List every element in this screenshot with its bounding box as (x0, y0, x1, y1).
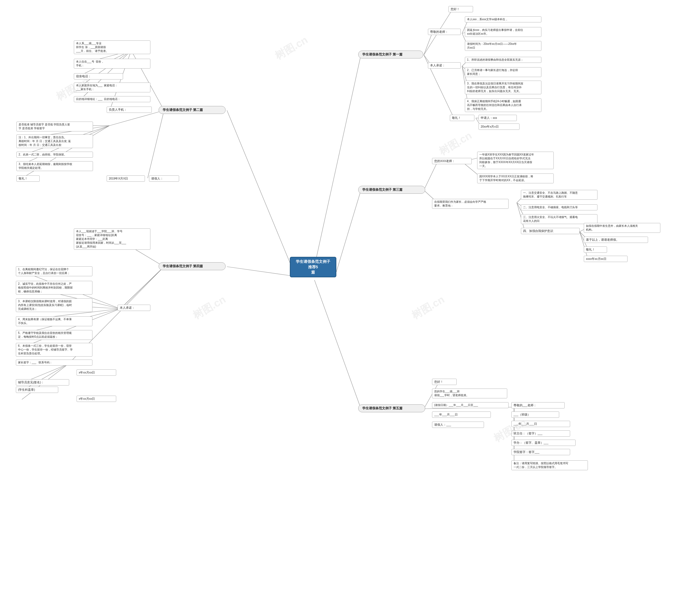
svg-line-46 (120, 267, 164, 309)
b5-stu: 您的学生___级___班 请假___学时，望老师批准。 (432, 389, 507, 398)
b3-rule3: 三、注意用火安全、不玩火不堵煤气、观看电 花有大人的问 (521, 214, 597, 224)
b5-stunum2: 学院签字：签字___ (511, 449, 570, 455)
b4-promise3: 3、本课程仅限假期未课时使用，对请假的损 内所有上课安排(包括实验及实习课程)，… (16, 298, 93, 312)
b4-date1: x年xx月xx日 (77, 369, 116, 376)
branch5-label: 学生请假条范文例子 第五篇 (358, 405, 425, 412)
svg-line-53 (120, 267, 164, 309)
b1-intro: 尊敬的老师： (428, 29, 461, 35)
b5-dates: (请假日期）___年___月___日至___ (432, 402, 508, 408)
b2-note2: 2、此表一式二联，由班组、学院保留。 (17, 152, 93, 158)
b2-tel: 宿舍电话： (74, 73, 123, 79)
b2-stamp: 敬礼！ (17, 176, 40, 182)
b4-promise4: 4、周末如果有课（保证锻炼不运离、不单薄 不快乐。 (16, 316, 93, 326)
svg-line-22 (79, 51, 131, 87)
watermark3: 树图.cn (436, 129, 474, 159)
b3-rule4: 四、加强自我保护意识 (521, 228, 580, 234)
svg-line-52 (22, 309, 120, 347)
b4-self: 本人承诺： (118, 305, 150, 311)
b3-stamp2: 敬礼！ (584, 246, 607, 253)
b1-promise3: 3、我在寒假及法定假日请离开实习学校期间发 生的一切纠纷以及后果自行负责，有任何… (465, 81, 542, 94)
b4-promise6: 6、本假条一式三份，学生处留存一份，宿管 中心一份，学生留存一份，经辅导员签字、… (16, 343, 93, 357)
b2-notes: 注：1、外出期间一切事宜，责任自负。 离校时间：年 月 日；交通工具及及出发; … (17, 134, 93, 148)
branch4-label: 学生请假条范文例子 第四篇 (158, 262, 226, 270)
svg-line-32 (424, 162, 438, 190)
b2-info: 本人系___级___专业 班学生 张，___原因请假 ___天，前往、 请予批准… (74, 41, 150, 54)
svg-line-3 (227, 267, 293, 276)
svg-line-43 (580, 232, 588, 259)
svg-line-0 (315, 55, 361, 266)
b2-note3: 3、假结束本人若延期销假，逾期则按按学校 学院相关规定处理。 (17, 161, 93, 171)
b3-body1: 一年级X班学生XXX因为春节回园XX老家过年 所以校园在于XX月XX日自然给好学… (477, 152, 554, 169)
b5-classrep: 班主任：（签字）___ (511, 430, 570, 437)
branch1-label: 学生请假条范文例子 第一篇 (358, 51, 423, 58)
b3-emergency: 如假在假期中发生意外，由家长本人须相关 机构。 (584, 223, 660, 233)
branch3-label: 学生请假条范文例子 第三篇 (358, 186, 425, 194)
watermark2: 树图.cn (272, 33, 310, 63)
svg-line-1 (227, 110, 293, 269)
b4-counselor: 辅导员意见(签名)： (16, 379, 69, 386)
svg-line-4 (315, 280, 361, 409)
b3-date2: xxxx年xx月xx日 (584, 256, 628, 262)
b1-promise2: 2、已另将请一事与家长进行海连，并征得 家长同意； (465, 67, 542, 77)
b1-promise1: 1、所听说述的请假事由和信息全部真实无误； (465, 57, 542, 63)
b3-rule1: 一、注意交通安全、不在马路上跑闹、不随意 骑摩托车、遵守交通规则、扎鞋行车 (521, 190, 597, 200)
b5-greeting: 您好！ (432, 379, 457, 385)
b5-class: ___（班级） (511, 412, 559, 418)
b2-home: 本人家庭所在地为___ 家庭电话： ___家长手机： (74, 82, 150, 93)
b1-body2: 因返乡xxx，肉实习老师提出事假申请，去前往 xx街道治区xx市。 (465, 27, 542, 37)
b1-self: 本人承诺： (428, 62, 461, 69)
b5-requester: 请假人：___ (432, 422, 484, 428)
b4-promise1: 1、在离校期间遵纪守法，保证在住宿牌个 个人身和财产安全，且自行承担一切后果； (16, 266, 93, 276)
b4-info: 本人___现就读于___学院___班、学号 宿舍号：___，家庭详细地址(距离 … (74, 228, 150, 250)
b5-teacher: 尊敬的___老师： (511, 402, 565, 409)
b1-greeting: 您好！ (448, 6, 473, 12)
b5-note: 备注：请用复写纸填、按照以格式用毛笔书写 一式二份，三天以上学院领导签字。 (511, 460, 588, 470)
b3-teacher: 您的XXX老师： (432, 158, 472, 164)
b2-year: 2019年X月X日 (107, 176, 145, 182)
branch2-label: 学生请假条范文例子 第二篇 (158, 106, 226, 114)
b4-promise2: 2、诚实守信，此假条中不存在任何之处，严 格按照假中的时间到离校并时刻回校，期限… (16, 281, 93, 294)
b2-dest: 目的地详细地址：___ 目的地电话： (74, 96, 150, 102)
b3-body2: 因XXX同学本人于XX月XX日正发满校假，将 于下学期开学时将对的XX，不会延误… (477, 174, 554, 183)
b1-promise4: 4、我保正离校期间手机24小时畅通，如因通 讯不畅而导致的任何信任和后果由本人自… (465, 98, 542, 112)
b1-sign: 敬礼！ (450, 115, 474, 121)
center-node: 学生请假条范文例子推荐5 篇 (290, 257, 336, 277)
b5-date3: ___年___月___日 (511, 421, 570, 427)
b2-requester: 请假人： (149, 176, 179, 182)
b1-date: 20xx年x月x日 (478, 124, 520, 130)
b1-body3: 请假时间为：20xx年xx月xx日——20xx年 月xx日 (465, 41, 542, 51)
b5-stunum: 学办：（签字、盖章）___ (511, 440, 576, 446)
svg-line-6 (424, 33, 432, 55)
b3-rule2: 二、注意用电安全、不碰插座、电线和刀头等 (521, 204, 597, 210)
b2-contact: 负责人手机： (107, 107, 152, 113)
b5-dates2: ___年___月___日 (432, 412, 491, 418)
b4-date2: x年xx月xx日 (77, 396, 116, 402)
b4-stuname: (学生科盖章) (16, 387, 58, 393)
b1-signname: 申请人：xxx (478, 115, 517, 121)
b3-promise: 基于以上，请请老师假。 (584, 237, 648, 243)
mind-map-container: 学生请假条范文例子推荐5 篇 学生请假条范文例子 第一篇 您好！ 尊敬的老师： … (0, 0, 700, 600)
watermark5: 树图.cn (190, 293, 228, 323)
b2-addr: 本人住在___号 宿舍， 手机： (74, 59, 150, 69)
svg-line-31 (148, 110, 164, 178)
watermark4: 树图.cn (409, 293, 447, 323)
b1-body1: 本人xxx，系xxx文学xx级本科生， (465, 17, 542, 22)
b3-parent: 在假期里我们作为家长，必须会向学严严格 要求、教育他： (432, 199, 508, 209)
b4-parentname: 家长签字：___ 联系号码： (16, 360, 93, 366)
b4-promise5: 5、严格遵守学校及我住在宿舍的相关管理规 定，每晚按时0点以前必须返校； (16, 330, 93, 340)
b2-approval: 是否批准 辅导员签字 是否批 学院负责人签 字 是否批准 学校签字 (17, 122, 93, 131)
svg-line-2 (336, 190, 361, 272)
